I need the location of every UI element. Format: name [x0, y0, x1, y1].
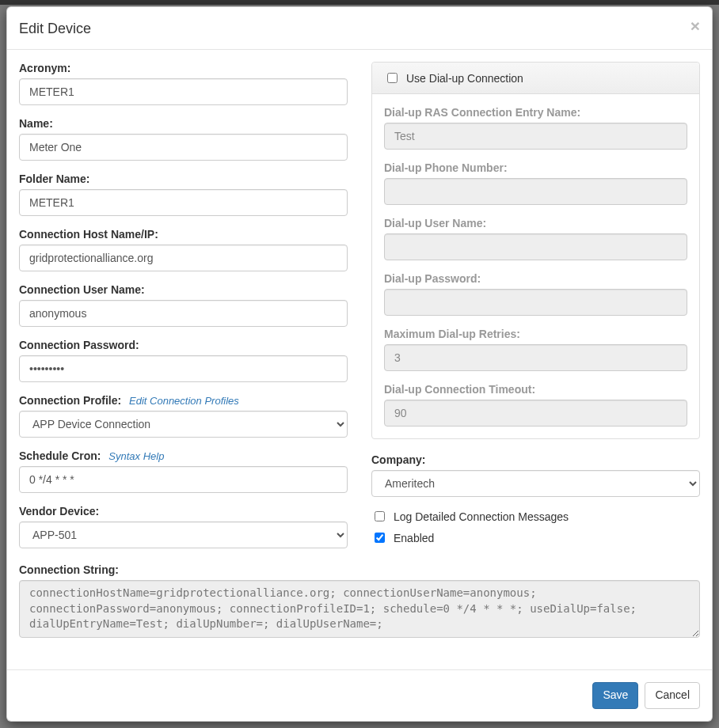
- left-column: Acronym: Name: Folder Name: Connection H…: [19, 62, 348, 560]
- dialup-timeout-label: Dial-up Connection Timeout:: [384, 383, 687, 396]
- dialup-entry-input: [384, 123, 687, 150]
- folder-name-input[interactable]: [19, 189, 348, 216]
- dialup-phone-input: [384, 178, 687, 205]
- schedule-cron-label: Schedule Cron: Syntax Help: [19, 449, 348, 462]
- edit-device-modal: Edit Device × Acronym: Name: Folder N: [6, 6, 713, 722]
- connection-user-label: Connection User Name:: [19, 283, 348, 296]
- schedule-cron-input[interactable]: [19, 466, 348, 493]
- dialup-phone-label: Dial-up Phone Number:: [384, 161, 687, 174]
- connection-host-input[interactable]: [19, 245, 348, 271]
- connection-string-label: Connection String:: [19, 563, 700, 576]
- connection-password-label: Connection Password:: [19, 339, 348, 351]
- enabled-label: Enabled: [394, 532, 434, 544]
- dialup-user-input: [384, 233, 687, 260]
- modal-body: Acronym: Name: Folder Name: Connection H…: [7, 50, 712, 669]
- vendor-device-label: Vendor Device:: [19, 505, 348, 518]
- right-column: Use Dial-up Connection Dial-up RAS Conne…: [371, 62, 700, 560]
- dialup-password-input: [384, 289, 687, 316]
- name-label: Name:: [19, 117, 348, 130]
- cancel-button[interactable]: Cancel: [645, 682, 700, 709]
- log-messages-checkbox[interactable]: [375, 511, 385, 521]
- dialup-retries-label: Maximum Dial-up Retries:: [384, 328, 687, 340]
- connection-profile-select[interactable]: APP Device Connection: [19, 411, 348, 438]
- edit-profiles-link[interactable]: Edit Connection Profiles: [129, 395, 239, 407]
- use-dialup-label: Use Dial-up Connection: [406, 72, 523, 85]
- enabled-checkbox[interactable]: [375, 533, 385, 543]
- connection-user-input[interactable]: [19, 300, 348, 327]
- use-dialup-checkbox[interactable]: [387, 73, 398, 83]
- dialup-panel-heading: Use Dial-up Connection: [372, 63, 699, 94]
- dialup-user-label: Dial-up User Name:: [384, 217, 687, 229]
- name-input[interactable]: [19, 134, 348, 161]
- log-messages-label: Log Detailed Connection Messages: [394, 510, 569, 523]
- dialup-panel: Use Dial-up Connection Dial-up RAS Conne…: [371, 62, 700, 439]
- acronym-label: Acronym:: [19, 62, 348, 74]
- modal-title: Edit Device: [19, 19, 91, 39]
- syntax-help-link[interactable]: Syntax Help: [108, 450, 164, 462]
- acronym-input[interactable]: [19, 78, 348, 105]
- close-button[interactable]: ×: [690, 17, 700, 34]
- save-button[interactable]: Save: [592, 682, 638, 709]
- dialup-timeout-input: [384, 400, 687, 427]
- company-select[interactable]: Ameritech: [371, 470, 700, 497]
- dialup-password-label: Dial-up Password:: [384, 272, 687, 285]
- connection-password-input[interactable]: [19, 355, 348, 382]
- connection-string-textarea[interactable]: connectionHostName=gridprotectionallianc…: [19, 580, 700, 638]
- dialup-entry-label: Dial-up RAS Connection Entry Name:: [384, 106, 687, 119]
- connection-host-label: Connection Host Name/IP:: [19, 228, 348, 241]
- modal-header: Edit Device ×: [7, 7, 712, 50]
- folder-name-label: Folder Name:: [19, 173, 348, 185]
- modal-footer: Save Cancel: [7, 669, 712, 721]
- dialup-retries-input: [384, 344, 687, 371]
- vendor-device-select[interactable]: APP-501: [19, 521, 348, 548]
- connection-profile-label: Connection Profile: Edit Connection Prof…: [19, 394, 348, 407]
- company-label: Company:: [371, 453, 700, 466]
